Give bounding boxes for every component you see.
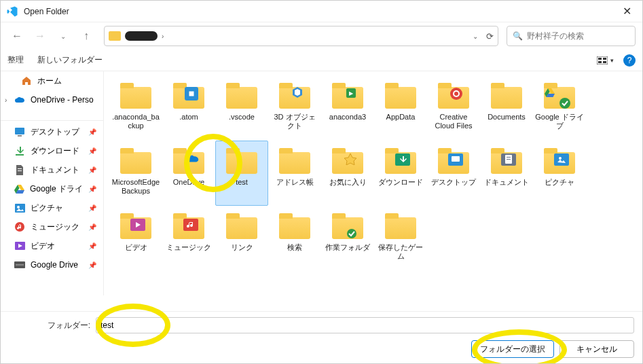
folder-label: ピクチャ <box>543 178 576 187</box>
folder-icon <box>225 213 258 239</box>
svg-rect-24 <box>507 157 511 158</box>
window-title: Open Folder <box>24 7 69 16</box>
folder-item[interactable]: リンク <box>215 206 268 271</box>
folder-item[interactable]: .anaconda_backup <box>109 75 162 141</box>
folder-item[interactable]: ▶ anaconda3 <box>321 75 374 141</box>
folder-label: OneDrive <box>172 178 206 187</box>
folder-icon <box>109 31 121 41</box>
nav-up-button[interactable]: ↑ <box>77 26 96 46</box>
sidebar-item-onedrive[interactable]: › OneDrive - Perso <box>1 90 103 109</box>
folder-label: anaconda3 <box>328 113 367 122</box>
folder-item[interactable]: MicrosoftEdgeBackups <box>109 141 162 206</box>
pin-icon: 📌 <box>88 242 96 250</box>
folder-label: .anaconda_backup <box>110 113 162 130</box>
sidebar-item-desktop[interactable]: デスクトップ 📌 <box>1 122 103 141</box>
sidebar-item-home[interactable]: ホーム <box>1 71 103 90</box>
vscode-icon <box>6 5 18 18</box>
chevron-right-icon[interactable]: › <box>5 96 7 104</box>
nav-forward-button[interactable]: → <box>31 26 50 46</box>
folder-label: リンク <box>229 243 255 252</box>
file-list: .anaconda_backup .atom .vscode 3D オブジェクト… <box>104 71 642 295</box>
svg-point-28 <box>347 229 356 238</box>
folder-label: .atom <box>178 113 200 122</box>
folder-icon <box>172 148 205 174</box>
folder-item[interactable]: AppData <box>374 75 427 141</box>
sidebar: ホーム › OneDrive - Perso デスクトップ 📌 ダウンロード 📌… <box>1 71 104 295</box>
sidebar-label: ビデオ <box>31 240 55 252</box>
address-bar[interactable]: › ⌄ ⟳ <box>104 26 498 46</box>
svg-rect-7 <box>18 135 22 136</box>
help-icon[interactable]: ? <box>623 54 636 67</box>
sidebar-item-downloads[interactable]: ダウンロード 📌 <box>1 141 103 160</box>
folder-item[interactable]: ミュージック <box>162 206 215 271</box>
folder-icon <box>331 148 364 174</box>
folder-item[interactable]: 3D オブジェクト <box>268 75 321 141</box>
svg-rect-0 <box>597 56 608 65</box>
folder-icon <box>437 83 470 109</box>
folder-label: Google ドライブ <box>534 113 585 130</box>
folder-item[interactable]: 作業フォルダ <box>321 206 374 271</box>
folder-item[interactable]: Documents <box>480 75 533 141</box>
svg-rect-5 <box>25 82 28 85</box>
onedrive-icon <box>14 94 25 105</box>
folder-item[interactable]: お気に入り <box>321 141 374 206</box>
music-icon <box>14 221 25 232</box>
sidebar-label: ドキュメント <box>31 164 79 176</box>
redacted-path <box>125 31 158 41</box>
folder-item[interactable]: ビデオ <box>109 206 162 271</box>
sidebar-label: Google Drive <box>31 260 78 270</box>
drive-icon <box>14 259 25 270</box>
folder-label: ダウンロード <box>377 178 424 187</box>
folder-item[interactable]: .vscode <box>215 75 268 141</box>
folder-label: .vscode <box>227 113 256 122</box>
folder-icon: ▶ <box>331 83 364 109</box>
folder-item[interactable]: ドキュメント <box>480 141 533 206</box>
organize-menu[interactable]: 整理 <box>7 54 24 66</box>
svg-rect-1 <box>598 58 602 60</box>
sidebar-label: デスクトップ <box>31 126 79 138</box>
chevron-down-icon[interactable]: ⌄ <box>473 33 478 40</box>
folder-item[interactable]: OneDrive <box>162 141 215 206</box>
svg-rect-25 <box>507 159 511 160</box>
close-icon[interactable]: ✕ <box>617 2 637 20</box>
sidebar-item-music[interactable]: ミュージック 📌 <box>1 217 103 236</box>
folder-item[interactable]: 保存したゲーム <box>374 206 427 271</box>
search-input[interactable]: 🔍 野村祥子の検索 <box>507 26 636 46</box>
view-mode-button[interactable]: ▾ <box>597 56 614 65</box>
folder-icon <box>384 83 417 109</box>
folder-icon <box>543 83 576 109</box>
nav-recent-button[interactable]: ⌄ <box>54 26 73 46</box>
folder-item[interactable]: 検索 <box>268 206 321 271</box>
folder-name-input[interactable] <box>96 317 634 333</box>
folder-item[interactable]: .atom <box>162 75 215 141</box>
folder-field-label: フォルダー: <box>9 320 90 331</box>
folder-item[interactable]: アドレス帳 <box>268 141 321 206</box>
pin-icon: 📌 <box>88 223 96 231</box>
sidebar-item-gdrive2[interactable]: Google Drive 📌 <box>1 255 103 274</box>
cancel-button[interactable]: キャンセル <box>559 340 634 358</box>
folder-label: ビデオ <box>124 243 149 252</box>
nav-back-button[interactable]: ← <box>7 26 26 46</box>
folder-item[interactable]: ピクチャ <box>533 141 586 206</box>
pin-icon: 📌 <box>88 185 96 193</box>
folder-item[interactable]: デスクトップ <box>427 141 480 206</box>
folder-item[interactable]: Google ドライブ <box>533 75 586 141</box>
refresh-icon[interactable]: ⟳ <box>486 31 494 41</box>
sidebar-item-videos[interactable]: ビデオ 📌 <box>1 236 103 255</box>
folder-label: Creative Cloud Files <box>428 113 479 130</box>
folder-item[interactable]: Creative Cloud Files <box>427 75 480 141</box>
desktop-icon <box>14 126 25 137</box>
folder-item[interactable]: test <box>215 141 268 206</box>
sidebar-item-documents[interactable]: ドキュメント 📌 <box>1 160 103 179</box>
select-folder-button[interactable]: フォルダーの選択 <box>471 340 554 358</box>
sidebar-item-pictures[interactable]: ピクチャ 📌 <box>1 198 103 217</box>
new-folder-button[interactable]: 新しいフォルダー <box>37 54 103 66</box>
folder-icon <box>225 83 258 109</box>
sidebar-item-gdrive[interactable]: Google ドライ 📌 <box>1 179 103 198</box>
folder-icon <box>437 148 470 174</box>
search-placeholder: 野村祥子の検索 <box>527 31 584 42</box>
folder-item[interactable]: ダウンロード <box>374 141 427 206</box>
sidebar-label: Google ドライ <box>30 183 83 195</box>
sidebar-label: OneDrive - Perso <box>31 95 94 105</box>
folder-icon <box>172 83 205 109</box>
